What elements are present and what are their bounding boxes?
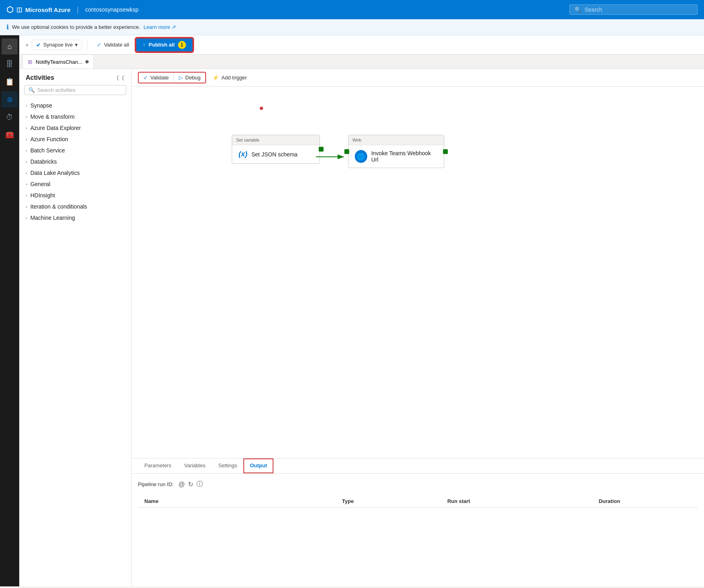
bottom-panel: Parameters Variables Settings Output [131,458,704,586]
pipeline-tabs-bar: ⊞ NotifiyTeamsChan... [19,55,704,69]
node-output-connector [443,149,448,154]
title-divider: | [77,6,79,14]
left-nav: ⌂ 🗄 📋 ⊚ ⏱ 🧰 [0,35,19,586]
activity-group-label: Iteration & conditionals [30,203,87,210]
activity-group-general[interactable]: › General [19,178,131,190]
activity-group-azure-explorer[interactable]: › Azure Data Explorer [19,122,131,134]
error-indicator-dot [260,107,263,110]
activity-group-label: Azure Function [30,136,68,142]
publish-all-button[interactable]: ↑ Publish all 1 [136,38,193,52]
cookie-text: We use optional cookies to provide a bet… [12,24,140,30]
activities-title: Activities [26,74,54,81]
validate-button[interactable]: ✓ Validate [139,73,174,83]
synapse-live-selector[interactable]: ✔ Synapse live ▾ [32,40,83,50]
activities-header: Activities ⟨ ⟨ [19,69,131,85]
chevron-down-icon: ▾ [75,42,78,48]
activity-group-label: Azure Data Explorer [30,125,81,131]
sidebar-item-document[interactable]: 📋 [2,74,18,90]
debug-button[interactable]: ▷ Debug [174,73,205,83]
sidebar-item-database[interactable]: 🗄 [2,56,18,72]
at-icon[interactable]: @ [178,481,185,488]
synapse-live-icon: ✔ [36,42,41,48]
pipeline-content: Activities ⟨ ⟨ 🔍 › Synapse › Move & t [19,69,704,586]
chevron-right-icon: › [26,204,27,209]
logo-icon: ◫ [16,6,22,13]
pipeline-canvas[interactable]: Set variable (x) Set JSON schema [131,87,704,458]
web-node-icon: 🌐 [355,150,367,163]
refresh-icon[interactable]: ↻ [188,481,193,488]
tab-parameters[interactable]: Parameters [138,458,178,473]
pipeline-tab-icon: ⊞ [28,59,32,65]
pipeline-run-label: Pipeline run ID: [138,481,174,487]
chevron-right-icon: › [26,148,27,153]
pipeline-run-row: Pipeline run ID: @ ↻ ⓘ [138,480,698,489]
collapse-left-icon[interactable]: ⟨ [121,74,125,82]
expand-icon[interactable]: » [24,41,30,49]
col-duration: Duration [592,498,698,504]
web-node[interactable]: Web 🌐 Invoke Teams Webhook Url [348,135,444,168]
add-trigger-button[interactable]: ⚡ Add trigger [208,73,252,83]
collapse-icon[interactable]: ⟨ [116,74,119,82]
activity-group-machine-learning[interactable]: › Machine Learning [19,212,131,223]
chevron-right-icon: › [26,103,27,108]
pipeline-arrow [316,153,348,161]
activity-group-hdinsight[interactable]: › HDInsight [19,190,131,201]
tab-variables[interactable]: Variables [178,458,212,473]
node-output-connector [319,147,324,152]
col-type: Type [336,498,441,504]
validate-all-button[interactable]: ✓ Validate all [92,40,134,49]
toolbar-separator [87,40,87,50]
chevron-right-icon: › [26,137,27,142]
activity-group-label: General [30,181,51,187]
search-activities-input[interactable] [37,87,122,93]
canvas-area: ✓ Validate ▷ Debug ⚡ Add trigger [131,69,704,586]
main-toolbar: » ✔ Synapse live ▾ ✓ Validate all ↑ Publ… [19,35,704,55]
sidebar-item-manage[interactable]: 🧰 [2,127,18,143]
web-node-header: Web [348,135,444,145]
tab-settings[interactable]: Settings [212,458,243,473]
tab-output[interactable]: Output [243,458,273,473]
content-area: » ✔ Synapse live ▾ ✓ Validate all ↑ Publ… [19,35,704,586]
activity-group-label: HDInsight [30,192,55,199]
set-variable-node[interactable]: Set variable (x) Set JSON schema [232,135,320,164]
validate-debug-group: ✓ Validate ▷ Debug [138,72,206,83]
chevron-right-icon: › [26,215,27,220]
activity-group-label: Data Lake Analytics [30,170,80,176]
activity-group-label: Databricks [30,158,57,165]
chevron-right-icon: › [26,193,27,198]
web-node-label: Invoke Teams Webhook Url [371,150,437,163]
activity-group-databricks[interactable]: › Databricks [19,156,131,167]
sidebar-item-home[interactable]: ⌂ [2,39,18,55]
activity-group-batch-service[interactable]: › Batch Service [19,145,131,156]
debug-label: Debug [185,75,200,81]
workspace-name: contososynapsewksp [85,6,138,13]
activity-group-label: Batch Service [30,147,65,154]
canvas-toolbar: ✓ Validate ▷ Debug ⚡ Add trigger [131,69,704,87]
activity-group-move-transform[interactable]: › Move & transform [19,111,131,122]
search-activities-box[interactable]: 🔍 [24,85,126,95]
col-run-start: Run start [441,498,593,504]
chevron-right-icon: › [26,114,27,119]
pipeline-tab[interactable]: ⊞ NotifiyTeamsChan... [22,55,94,69]
chevron-right-icon: › [26,159,27,164]
chevron-right-icon: › [26,170,27,175]
activity-group-iteration[interactable]: › Iteration & conditionals [19,201,131,212]
info-icon: ℹ [6,23,9,31]
info-icon[interactable]: ⓘ [196,480,203,489]
chevron-right-icon: › [26,126,27,130]
bottom-content: Pipeline run ID: @ ↻ ⓘ Name Type Run sta… [131,474,704,514]
activity-group-azure-function[interactable]: › Azure Function [19,134,131,145]
activity-group-data-lake[interactable]: › Data Lake Analytics [19,167,131,178]
learn-more-link[interactable]: Learn more ↗ [144,24,176,30]
sidebar-item-monitor[interactable]: ⏱ [2,109,18,125]
app-logo: ◫ Microsoft Azure [6,5,71,14]
search-input[interactable] [585,6,692,13]
global-search-box[interactable]: 🔍 [569,4,698,15]
tab-unsaved-dot [85,60,89,63]
web-node-body: 🌐 Invoke Teams Webhook Url [348,145,444,168]
chevron-right-icon: › [26,182,27,187]
sidebar-item-pipeline[interactable]: ⊚ [2,91,18,107]
publish-upload-icon: ↑ [143,42,146,48]
synapse-live-label: Synapse live [43,42,73,48]
activity-group-synapse[interactable]: › Synapse [19,100,131,111]
